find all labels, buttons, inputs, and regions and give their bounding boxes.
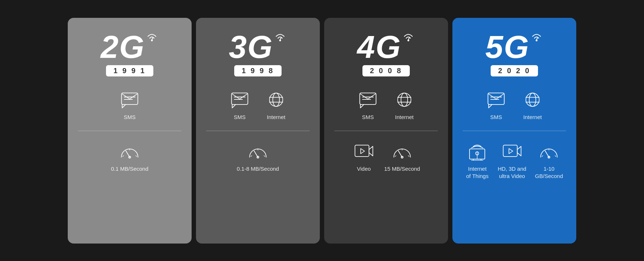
- 4g-speed-label: 15 MB/Second: [384, 165, 420, 173]
- 2g-year-badge: 1 9 9 1: [106, 65, 153, 76]
- 5g-video-icon: [500, 141, 524, 162]
- 5g-sms-label: SMS: [490, 114, 502, 121]
- svg-point-13: [270, 93, 283, 106]
- svg-line-19: [251, 155, 252, 157]
- 4g-speed-icon: [390, 141, 414, 162]
- 5g-feature-speed: 1-10 GB/Second: [535, 141, 563, 179]
- svg-point-27: [401, 93, 408, 106]
- svg-point-26: [398, 93, 411, 106]
- 4g-year-badge: 2 0 0 8: [362, 65, 409, 76]
- 4g-bottom-features: Video 15 MB/Second: [334, 141, 438, 173]
- 5g-divider: [463, 131, 566, 131]
- 4g-feature-internet: Internet: [393, 90, 416, 121]
- 3g-top-features: SMS Internet: [206, 90, 310, 121]
- 5g-feature-iot: Internet of Things: [466, 141, 489, 179]
- globe-icon: [394, 91, 415, 109]
- iot-icon: [467, 142, 487, 161]
- 2g-feature-sms: SMS: [118, 90, 141, 121]
- 4g-video-label: Video: [357, 165, 371, 173]
- wifi-signal-icon: [145, 31, 159, 42]
- 5g-bottom-features: Internet of Things HD, 3D and ultra Vide…: [463, 141, 566, 179]
- 5g-speed-icon: [537, 141, 561, 162]
- wifi-signal-icon: [530, 31, 543, 42]
- svg-point-0: [151, 39, 153, 41]
- 5g-internet-label: Internet: [523, 114, 542, 121]
- 3g-divider: [206, 131, 310, 131]
- sms-icon: [358, 91, 378, 109]
- 3g-gen-number: 3: [229, 31, 246, 63]
- svg-rect-52: [503, 145, 517, 157]
- 2g-speed-icon: [118, 141, 141, 162]
- svg-line-6: [123, 155, 124, 157]
- svg-point-38: [535, 39, 537, 41]
- 2g-top-features: SMS: [78, 90, 181, 121]
- sms-icon: [486, 91, 506, 109]
- 3g-sms-label: SMS: [234, 114, 246, 121]
- 5g-year-badge: 2 0 2 0: [491, 65, 538, 76]
- 2g-feature-speed: 0.1 MB/Second: [111, 141, 149, 173]
- svg-marker-32: [361, 149, 365, 154]
- speedometer-icon: [539, 142, 559, 161]
- 4g-divider: [334, 131, 438, 131]
- svg-point-43: [529, 93, 536, 106]
- 4g-feature-speed: 15 MB/Second: [384, 141, 420, 173]
- 2g-sms-icon: [118, 90, 141, 110]
- card-3g: 3G 1 9 9 8 SMS Internet 0.1-8 MB/Second: [196, 18, 320, 244]
- 5g-video-label: HD, 3D and ultra Video: [498, 165, 526, 179]
- 3g-feature-speed: 0.1-8 MB/Second: [237, 141, 279, 173]
- sms-icon: [229, 91, 250, 109]
- 3g-internet-label: Internet: [267, 114, 286, 121]
- speedometer-icon: [392, 142, 412, 161]
- 4g-internet-icon: [393, 90, 416, 110]
- svg-line-58: [555, 155, 556, 157]
- 5g-feature-internet: Internet: [521, 90, 544, 121]
- 4g-feature-sms: SMS: [356, 90, 380, 121]
- globe-icon: [522, 91, 543, 109]
- svg-line-36: [408, 155, 409, 157]
- svg-line-7: [136, 155, 137, 157]
- 2g-sms-label: SMS: [124, 114, 136, 121]
- wifi-signal-icon: [273, 31, 287, 42]
- 2g-bottom-features: 0.1 MB/Second: [78, 141, 181, 173]
- 3g-feature-internet: Internet: [264, 90, 288, 121]
- sms-icon: [119, 91, 140, 109]
- 3g-speed-label: 0.1-8 MB/Second: [237, 165, 279, 173]
- 4g-sms-label: SMS: [362, 114, 374, 121]
- wifi-signal-icon: [401, 31, 415, 42]
- video-icon: [354, 142, 374, 161]
- 4g-top-features: SMS Internet: [334, 90, 438, 121]
- 2g-gen-number: 2: [101, 31, 118, 63]
- 4g-gen-number: 4: [357, 31, 374, 63]
- svg-line-57: [542, 155, 543, 157]
- 5g-gen-suffix: G: [504, 31, 528, 63]
- 4g-internet-label: Internet: [395, 114, 414, 121]
- 3g-internet-icon: [264, 90, 288, 110]
- svg-line-20: [264, 155, 265, 157]
- 5g-feature-sms: SMS: [484, 90, 508, 121]
- 5g-internet-icon: [521, 90, 544, 110]
- svg-point-42: [526, 93, 539, 106]
- 4g-feature-video: Video: [352, 141, 376, 173]
- svg-line-35: [395, 155, 396, 157]
- 2g-gen-suffix: G: [119, 31, 143, 63]
- svg-point-22: [407, 39, 409, 41]
- 3g-speed-icon: [246, 141, 270, 162]
- 5g-iot-label: Internet of Things: [466, 165, 488, 179]
- svg-marker-54: [509, 149, 513, 154]
- card-2g: 2G 1 9 9 1 SMS 0.1 MB/Second: [68, 18, 192, 244]
- card-5g: 5G 2 0 2 0 SMS Internet Internet of Thin…: [452, 18, 576, 244]
- 4g-video-icon: [352, 141, 376, 162]
- cards-container: 2G 1 9 9 1 SMS 0.1 MB/Second3G 1 9 9 8 S…: [57, 7, 587, 254]
- card-4g: 4G 2 0 0 8 SMS Internet Video 15 MB/Seco…: [324, 18, 448, 244]
- svg-point-9: [279, 39, 281, 41]
- 4g-generation-label: 4G: [357, 31, 415, 63]
- 5g-feature-video: HD, 3D and ultra Video: [498, 141, 526, 179]
- 5g-speed-label: 1-10 GB/Second: [535, 165, 563, 179]
- svg-marker-31: [369, 146, 373, 156]
- speedometer-icon: [119, 142, 140, 161]
- 2g-divider: [78, 131, 181, 131]
- svg-rect-30: [355, 145, 369, 157]
- 3g-bottom-features: 0.1-8 MB/Second: [206, 141, 310, 173]
- 5g-gen-number: 5: [485, 31, 502, 63]
- 5g-sms-icon: [484, 90, 508, 110]
